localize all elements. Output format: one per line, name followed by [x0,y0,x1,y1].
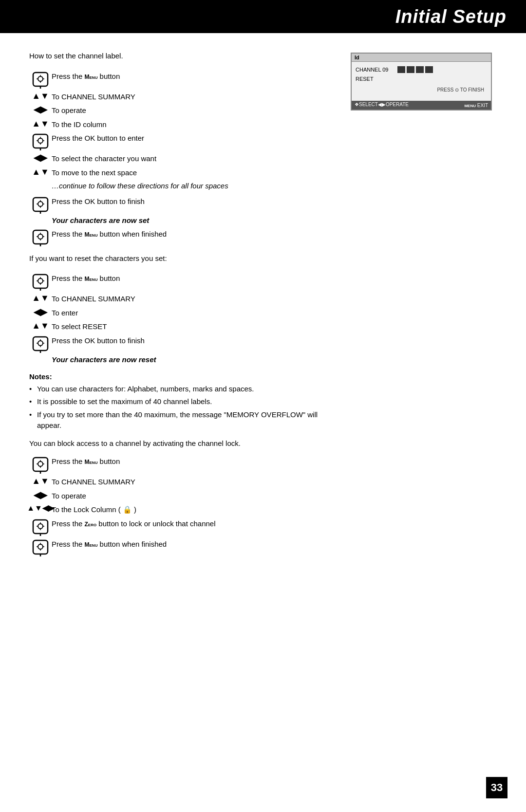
notes-list: You can use characters for: Alphabet, nu… [29,384,336,431]
step-udlr-l1: ▲▼◀▶ To the Lock Column ( 🔒 ) [29,504,336,516]
step-menu-2-text: Press the Menu button [52,273,336,284]
italic-bold-2: Your characters are now reset [52,355,336,364]
arrow-ud-icon-3: ▲▼ [29,167,52,176]
svg-point-2 [38,76,43,81]
svg-rect-0 [33,73,48,86]
step-hand-l3: Press the Menu button when finished [29,538,336,556]
section2-intro: If you want to reset the characters you … [29,253,336,264]
step-arrow-ud-3: ▲▼ To move to the next space [29,167,336,179]
step-arrow-ud-2: ▲▼ To the ID column [29,119,336,130]
hand-icon-1 [29,71,52,89]
step-lr-1-text: To operate [52,105,336,116]
hand-icon-2 [29,132,52,150]
arrow-lr-icon-r1: ◀▶ [29,307,52,316]
step-menu-1: Press the Menu button [29,71,336,89]
hand-icon-5 [29,273,52,291]
hand-icon-l2 [29,518,52,536]
step-udlr-l1-text: To the Lock Column ( 🔒 ) [52,504,336,516]
screen-blocks [397,66,433,73]
screen-footer: ❖SELECT◀▶OPERATE menu EXIT [352,101,491,110]
notes-section: Notes: You can use characters for: Alpha… [29,372,336,431]
arrow-lr-icon-l1: ◀▶ [29,490,52,499]
hand-icon-3 [29,196,52,214]
right-column: Id CHANNEL 09 RESET PRESS ⊙ TO FINISH [351,51,497,559]
screen-footer-exit: menu EXIT [464,102,488,109]
svg-rect-42 [33,458,48,471]
note-item-2: It is possible to set the maximum of 40 … [29,396,336,407]
step-arrow-lr-1: ◀▶ To operate [29,105,336,116]
step-hand-2: Press the OK button to enter [29,132,336,150]
svg-point-16 [38,202,43,206]
step-hand-l2: Press the Zero button to lock or unlock … [29,518,336,536]
screen-footer-select: ❖SELECT◀▶OPERATE [355,102,409,109]
step-hand-r1-text: Press the OK button to finish [52,335,336,347]
note-item-3: If you try to set more than the 40 maxim… [29,409,336,431]
hand-icon-r1 [29,335,52,353]
step-ud-r1-text: To CHANNEL SUMMARY [52,293,336,305]
step-ud-l1-text: To CHANNEL SUMMARY [52,476,336,488]
svg-point-44 [38,461,43,466]
page-title: Initial Setup [395,6,507,27]
arrow-ud-icon-r2: ▲▼ [29,321,52,330]
hand-icon-l3 [29,538,52,556]
step-ud-r2-text: To select RESET [52,321,336,332]
svg-point-23 [38,234,43,239]
section1-intro: How to set the channel label. [29,51,336,62]
screen-channel-row: CHANNEL 09 [356,65,487,74]
svg-point-9 [38,138,43,143]
screen-body: CHANNEL 09 RESET PRESS ⊙ TO FINISH [352,62,491,101]
arrow-lr-icon-2: ◀▶ [29,153,52,162]
svg-point-37 [38,341,43,346]
screen-press-row: PRESS ⊙ TO FINISH [356,83,487,93]
arrow-ud-icon-l1: ▲▼ [29,476,52,485]
svg-point-58 [38,544,43,549]
step-arrow-lr-2: ◀▶ To select the character you want [29,153,336,165]
left-column: How to set the channel label. Press the … [29,51,351,559]
svg-rect-56 [33,540,48,554]
hand-icon-4 [29,228,52,246]
svg-rect-28 [33,275,48,288]
italic-bold-1: Your characters are now set [52,216,336,224]
svg-point-51 [38,524,43,529]
step-l3-text: Press the Menu button when finished [52,538,336,550]
arrow-ud-icon-2: ▲▼ [29,119,52,128]
svg-point-30 [38,278,43,283]
svg-rect-14 [33,198,48,211]
step-hand-3: Press the OK button to finish [29,196,336,214]
screen-reset-label: RESET [356,76,394,82]
section2: If you want to reset the characters you … [29,253,336,364]
step-menu-1-text: Press the Menu button [52,71,336,82]
step-lr-r1-text: To enter [52,307,336,319]
step-hand-r1: Press the OK button to finish [29,335,336,353]
screen-block-2 [407,66,414,73]
arrow-udlr-icon: ▲▼◀▶ [29,504,52,512]
step-ud-1-text: To CHANNEL SUMMARY [52,91,336,103]
screen-block-1 [397,66,405,73]
press-text: PRESS ⊙ TO FINISH [437,87,484,92]
page-header: Initial Setup [0,0,526,33]
screen-block-4 [425,66,433,73]
hand-icon-l1 [29,456,52,474]
step-hand-2-text: Press the OK button to enter [52,132,336,144]
step-lr-2-text: To select the character you want [52,153,336,165]
arrow-lr-icon-1: ◀▶ [29,105,52,114]
step-hand-4: Press the Menu button when finished [29,228,336,246]
note-item-1: You can use characters for: Alphabet, nu… [29,384,336,395]
step-ud-l1: ▲▼ To CHANNEL SUMMARY [29,476,336,488]
italic-note-1: …continue to follow these directions for… [52,181,336,192]
step-arrow-ud-1: ▲▼ To CHANNEL SUMMARY [29,91,336,103]
step-ud-3-text: To move to the next space [52,167,336,179]
arrow-ud-icon-1: ▲▼ [29,91,52,100]
svg-rect-49 [33,520,48,534]
main-content: How to set the channel label. Press the … [0,33,526,578]
step-l1-text: Press the Menu button [52,456,336,467]
screen-block-3 [416,66,424,73]
screen-channel-label: CHANNEL 09 [356,67,394,73]
screen-header: Id [352,54,491,62]
step-hand-4-text: Press the Menu button when finished [52,228,336,240]
notes-title: Notes: [29,372,336,381]
svg-rect-35 [33,337,48,351]
screen-reset-row: RESET [356,74,487,83]
step-lr-r1: ◀▶ To enter [29,307,336,319]
svg-rect-21 [33,230,48,244]
